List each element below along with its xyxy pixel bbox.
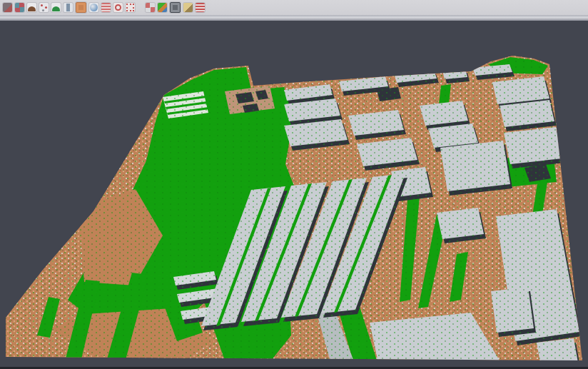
point-cloud-icon[interactable] (39, 3, 49, 12)
align-icon[interactable] (15, 3, 24, 12)
open-icon[interactable] (3, 3, 12, 12)
report-icon[interactable] (101, 3, 111, 12)
profile-icon[interactable] (64, 3, 73, 12)
terrain-icon[interactable] (27, 3, 36, 12)
camera-icon[interactable] (170, 2, 181, 13)
vegetation-icon[interactable] (51, 3, 61, 12)
toolbar-bevel (0, 15, 588, 21)
flag-icon[interactable] (196, 3, 205, 12)
target-icon[interactable] (113, 3, 123, 12)
measure-icon[interactable] (183, 3, 193, 12)
app-window (0, 0, 588, 369)
viewport-3d[interactable] (0, 21, 588, 369)
globe-icon[interactable] (89, 3, 98, 12)
green-noise (6, 56, 582, 360)
toolbar (0, 0, 588, 15)
texture-icon[interactable] (146, 3, 155, 12)
classification-icon[interactable] (158, 3, 167, 12)
crop-region-icon[interactable] (126, 3, 135, 12)
viewport-3d-container (0, 21, 588, 369)
orthophoto-icon[interactable] (76, 2, 86, 13)
